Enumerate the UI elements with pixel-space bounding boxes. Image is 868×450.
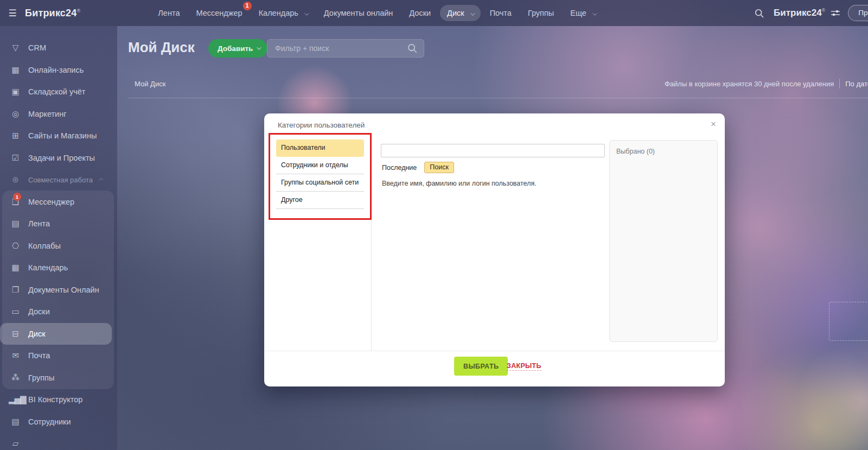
topbar-right: Битрикс24® При	[755, 0, 868, 26]
sites-shops-icon: ⊞	[9, 131, 22, 141]
sidebar-item[interactable]: ❑ 1 Мессенджер	[0, 191, 117, 213]
collaboration-icon: ⊛	[9, 175, 22, 185]
online-booking-icon: ▦	[9, 65, 22, 75]
app-logo[interactable]: Битрикс24®	[25, 8, 80, 19]
chevron-down-icon	[304, 11, 309, 15]
sidebar-item[interactable]: ⎔ Коллабы	[0, 235, 117, 257]
groups-icon: ⁂	[9, 373, 22, 383]
top-menu-item[interactable]: Мессенджер 1	[189, 5, 249, 21]
sidebar-item-label: Диск	[28, 329, 46, 338]
sidebar: ▽ CRM ▦ Онлайн-запись ▣ Складской учёт ◎	[0, 26, 117, 450]
drive-icon: ⊟	[9, 329, 22, 339]
boards-icon: ▭	[9, 307, 22, 316]
settings-sliders-icon[interactable]	[831, 9, 840, 17]
tab-label: Поиск	[430, 163, 449, 171]
sidebar-item[interactable]: ▦ Календарь	[0, 257, 117, 279]
category-item-label: Группы социальной сети	[281, 179, 359, 186]
top-menu-item[interactable]: Лента	[151, 5, 187, 21]
sidebar-item[interactable]: ⁂ Группы	[0, 367, 117, 389]
top-menu-item-label: Диск	[447, 9, 464, 17]
divider	[839, 79, 840, 88]
filter-search-input[interactable]	[267, 44, 407, 53]
sidebar-item[interactable]: ⊛ Совместная работа	[0, 169, 117, 191]
user-categories-dialog: Категории пользователей × Пользователи С…	[264, 113, 725, 386]
employees-icon: ▤	[9, 417, 22, 427]
search-icon[interactable]	[407, 43, 417, 53]
top-menu-item[interactable]: Почта	[483, 5, 519, 21]
close-icon[interactable]: ×	[711, 119, 716, 130]
sidebar-item[interactable]: ❐ Документы Онлайн	[0, 279, 117, 301]
breadcrumb[interactable]: Мой Диск	[135, 80, 165, 88]
sidebar-item[interactable]: ▱	[0, 433, 117, 450]
sidebar-item[interactable]: ▤ Сотрудники	[0, 411, 117, 433]
category-item[interactable]: Сотрудники и отделы	[276, 157, 364, 174]
sidebar-item-label: Онлайн-запись	[28, 66, 84, 74]
search-mode-tab[interactable]: Последние	[382, 164, 417, 172]
top-menu-item[interactable]: Группы	[521, 5, 561, 21]
select-button[interactable]: ВЫБРАТЬ	[454, 357, 508, 376]
sidebar-item[interactable]: ▂▅▇ BI Конструктор	[0, 389, 117, 411]
sidebar-item[interactable]: ▦ Онлайн-запись	[0, 59, 117, 81]
top-menu-item[interactable]: Диск	[440, 5, 481, 21]
category-item[interactable]: Другое	[276, 192, 364, 209]
logo-mark: ®	[76, 8, 80, 14]
sidebar-item-label: Почта	[28, 351, 50, 360]
chevron-down-icon	[257, 45, 261, 49]
top-menu-item[interactable]: Еще	[563, 5, 603, 21]
tasks-icon: ☑	[9, 153, 22, 163]
sidebar-menu: ▽ CRM ▦ Онлайн-запись ▣ Складской учёт ◎	[0, 37, 117, 450]
search-mode-tab[interactable]: Поиск	[424, 162, 454, 173]
sidebar-item[interactable]: ▽ CRM	[0, 37, 117, 59]
header-divider	[128, 98, 868, 98]
sidebar-item-label: CRM	[28, 43, 46, 52]
top-menu-item-label: Еще	[570, 9, 586, 17]
sidebar-item[interactable]: ☑ Задачи и Проекты	[0, 147, 117, 169]
bi-chart-icon: ▂▅▇	[9, 395, 22, 404]
category-item[interactable]: Группы социальной сети	[276, 174, 364, 192]
top-menu-item[interactable]: Документы онлайн	[317, 5, 400, 21]
top-menu-item-label: Почта	[490, 9, 512, 17]
sidebar-item[interactable]: ◎ Маркетинг	[0, 103, 117, 125]
search-icon[interactable]	[755, 9, 764, 18]
sidebar-item[interactable]: ▣ Складской учёт	[0, 81, 117, 103]
sidebar-item-label: Задачи и Проекты	[28, 154, 95, 162]
user-search-input[interactable]	[381, 144, 605, 157]
collabs-icon: ⎔	[9, 241, 22, 251]
logo-mark: ®	[822, 8, 826, 13]
sidebar-item[interactable]: ▤ Лента	[0, 213, 117, 235]
top-menu-item[interactable]: Доски	[402, 5, 438, 21]
funnel-icon: ▽	[9, 43, 22, 53]
top-menu-item-label: Календарь	[259, 9, 298, 17]
sidebar-item[interactable]: ⊟ Диск	[0, 323, 112, 345]
top-menu-item-label: Доски	[409, 9, 431, 17]
menu-icon[interactable]: ☰	[0, 8, 25, 19]
sort-by-date-control[interactable]: По дате	[845, 80, 868, 88]
sidebar-item[interactable]: ▭ Доски	[0, 301, 117, 323]
category-item-label: Сотрудники и отделы	[281, 161, 348, 169]
top-menu-item[interactable]: Календарь	[252, 5, 315, 21]
category-item-label: Пользователи	[281, 144, 326, 151]
close-button[interactable]: ЗАКРЫТЬ	[507, 362, 541, 371]
mail-icon: ✉	[9, 351, 22, 360]
marketing-icon: ◎	[9, 109, 22, 119]
top-menu-item-label: Группы	[528, 9, 554, 17]
sidebar-item[interactable]: ✉ Почта	[0, 345, 117, 367]
category-item[interactable]: Пользователи	[276, 140, 364, 157]
documents-icon: ❐	[9, 285, 22, 295]
search-hint-text: Введите имя, фамилию или логин пользоват…	[382, 180, 537, 187]
sidebar-item-label: Лента	[28, 219, 50, 228]
selected-panel: Выбрано (0)	[609, 140, 718, 342]
invite-button[interactable]: При	[848, 5, 868, 21]
feed-icon: ▤	[9, 219, 22, 229]
tab-label: Последние	[382, 164, 417, 172]
add-button[interactable]: Добавить	[208, 39, 267, 58]
notification-badge: 1	[243, 2, 252, 10]
drop-hint-outline	[829, 302, 868, 341]
toolbar-row: Мой Диск Файлы в корзине хранятся 30 дне…	[128, 77, 868, 90]
sidebar-item[interactable]: ⊞ Сайты и Магазины	[0, 125, 117, 147]
calendar-icon: ▦	[9, 263, 22, 272]
search-mode-tabs: Последние Поиск	[382, 162, 462, 173]
footer-divider	[264, 351, 725, 351]
sidebar-item-label: Коллабы	[28, 242, 61, 250]
category-item-label: Другое	[281, 196, 303, 204]
